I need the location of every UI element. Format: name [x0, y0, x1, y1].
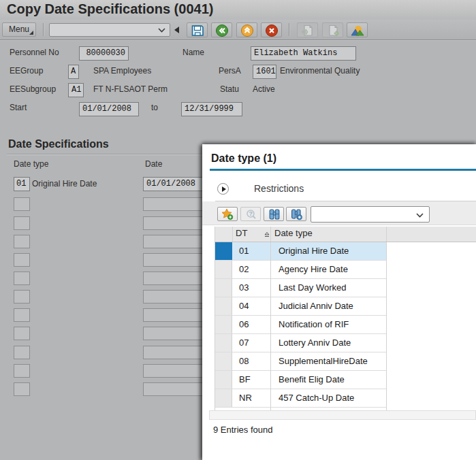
svg-text:?: ? [249, 210, 253, 217]
